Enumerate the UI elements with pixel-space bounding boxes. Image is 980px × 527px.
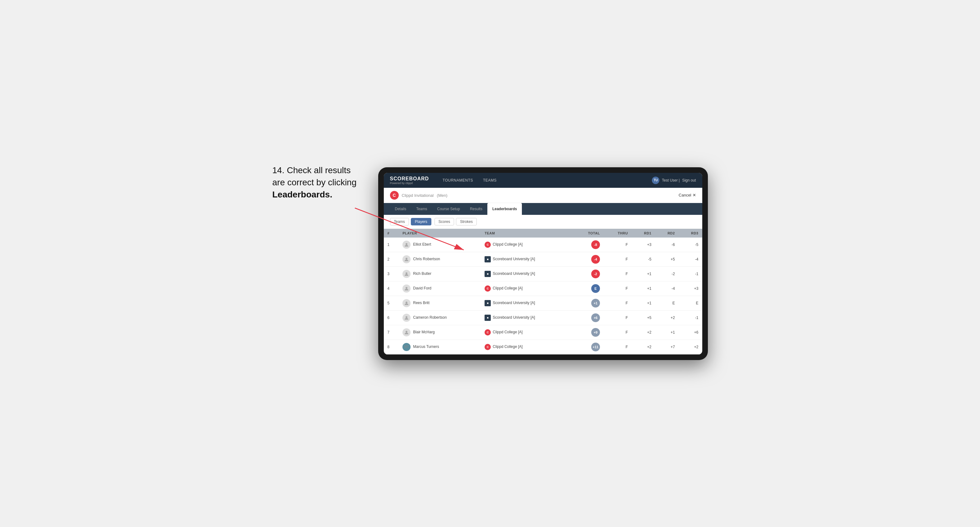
instruction-bold: Leaderboards. [272, 190, 332, 199]
filter-strokes-button[interactable]: Strokes [456, 218, 477, 225]
col-pos: # [384, 229, 399, 238]
page-wrapper: 14. Check all results are correct by cli… [272, 167, 708, 360]
table-header-row: # PLAYER TEAM TOTAL THRU RD1 RD2 RD3 [384, 229, 702, 238]
row-total: +6 [573, 310, 604, 325]
row-rd2: -4 [655, 281, 679, 296]
table-row: 2 Chris Robertson ■Scoreboard University… [384, 252, 702, 267]
player-avatar [402, 314, 410, 322]
svg-point-2 [406, 243, 407, 245]
svg-point-7 [406, 316, 407, 318]
row-pos: 8 [384, 340, 399, 354]
svg-point-3 [406, 258, 407, 260]
close-icon: ✕ [693, 193, 696, 197]
filter-players-button[interactable]: Players [411, 218, 431, 225]
row-player: Cameron Robertson [399, 310, 481, 325]
tournament-title: Clippd Invitational (Men) [402, 192, 447, 198]
row-total: E [573, 281, 604, 296]
row-rd3: +6 [679, 325, 702, 340]
row-player: Chris Robertson [399, 252, 481, 267]
tab-leaderboards[interactable]: Leaderboards [487, 203, 522, 215]
tournament-title-area: Clippd Invitational (Men) [402, 192, 447, 198]
team-logo-clippd: C [485, 329, 491, 335]
tab-results[interactable]: Results [465, 203, 487, 215]
table-row: 6 Cameron Robertson ■Scoreboard Universi… [384, 310, 702, 325]
row-team: CClippd College [A] [481, 325, 573, 340]
row-thru: F [604, 238, 632, 252]
filter-row: Teams Players Scores Strokes [384, 215, 702, 229]
total-badge: +1 [591, 299, 600, 308]
row-rd1: -5 [632, 252, 655, 267]
nav-links: TOURNAMENTS TEAMS [438, 176, 652, 185]
row-pos: 7 [384, 325, 399, 340]
player-avatar: MT [402, 343, 410, 351]
row-rd3: -4 [679, 252, 702, 267]
tab-teams[interactable]: Teams [411, 203, 432, 215]
row-total: -2 [573, 267, 604, 281]
tournament-logo: C [390, 191, 399, 200]
team-logo-scoreboard: ■ [485, 256, 491, 262]
svg-point-6 [406, 302, 407, 303]
logo-sub: Powered by clippd [390, 182, 429, 185]
table-row: 4 David Ford CClippd College [A] E F +1 … [384, 281, 702, 296]
instruction-block: 14. Check all results are correct by cli… [272, 164, 357, 201]
row-rd2: +5 [655, 252, 679, 267]
row-rd2: +7 [655, 340, 679, 354]
total-badge: +9 [591, 328, 600, 337]
filter-teams-button[interactable]: Teams [390, 218, 409, 225]
nav-right: TU Test User | Sign out [652, 176, 696, 184]
svg-point-5 [406, 287, 407, 289]
row-rd3: +3 [679, 281, 702, 296]
row-pos: 5 [384, 296, 399, 310]
row-rd3: -1 [679, 310, 702, 325]
player-avatar [402, 241, 410, 249]
row-pos: 6 [384, 310, 399, 325]
row-rd1: +2 [632, 340, 655, 354]
player-avatar [402, 255, 410, 264]
row-rd3: -1 [679, 267, 702, 281]
row-thru: F [604, 340, 632, 354]
player-avatar [402, 328, 410, 337]
row-team: ■Scoreboard University [A] [481, 310, 573, 325]
row-rd1: +5 [632, 310, 655, 325]
team-logo-clippd: C [485, 241, 491, 248]
row-rd3: +2 [679, 340, 702, 354]
filter-scores-button[interactable]: Scores [434, 218, 454, 225]
row-player: David Ford [399, 281, 481, 296]
row-pos: 3 [384, 267, 399, 281]
tablet-screen: SCOREBOARD Powered by clippd TOURNAMENTS… [384, 173, 702, 354]
nav-tournaments[interactable]: TOURNAMENTS [438, 176, 477, 185]
player-avatar [402, 270, 410, 278]
row-total: -8 [573, 238, 604, 252]
row-player: Rich Butler [399, 267, 481, 281]
table-row: 5 Rees Britt ■Scoreboard University [A] … [384, 296, 702, 310]
leaderboard-table: # PLAYER TEAM TOTAL THRU RD1 RD2 RD3 1 [384, 229, 702, 354]
tournament-header: C Clippd Invitational (Men) Cancel ✕ [384, 188, 702, 203]
player-avatar [402, 299, 410, 307]
team-logo-clippd: C [485, 344, 491, 350]
row-rd2: +2 [655, 310, 679, 325]
row-total: +11 [573, 340, 604, 354]
row-rd3: E [679, 296, 702, 310]
row-rd1: +2 [632, 325, 655, 340]
total-badge: +11 [591, 343, 600, 351]
table-row: 8 MTMarcus Turners CClippd College [A] +… [384, 340, 702, 354]
sub-navigation: Details Teams Course Setup Results Leade… [384, 203, 702, 215]
instruction-line1: 14. Check all results [272, 165, 351, 175]
user-label: Test User | [662, 178, 679, 183]
row-team: ■Scoreboard University [A] [481, 267, 573, 281]
tablet-device: SCOREBOARD Powered by clippd TOURNAMENTS… [378, 167, 708, 360]
row-rd2: -2 [655, 267, 679, 281]
table-row: 7 Blair McHarg CClippd College [A] +9 F … [384, 325, 702, 340]
nav-teams[interactable]: TEAMS [479, 176, 501, 185]
tab-course-setup[interactable]: Course Setup [432, 203, 465, 215]
row-pos: 4 [384, 281, 399, 296]
cancel-button[interactable]: Cancel ✕ [679, 193, 696, 197]
sign-out-link[interactable]: Sign out [682, 178, 696, 183]
row-player: Rees Britt [399, 296, 481, 310]
col-thru: THRU [604, 229, 632, 238]
total-badge: -2 [591, 270, 600, 278]
row-team: ■Scoreboard University [A] [481, 296, 573, 310]
tab-details[interactable]: Details [390, 203, 412, 215]
row-pos: 2 [384, 252, 399, 267]
row-thru: F [604, 296, 632, 310]
